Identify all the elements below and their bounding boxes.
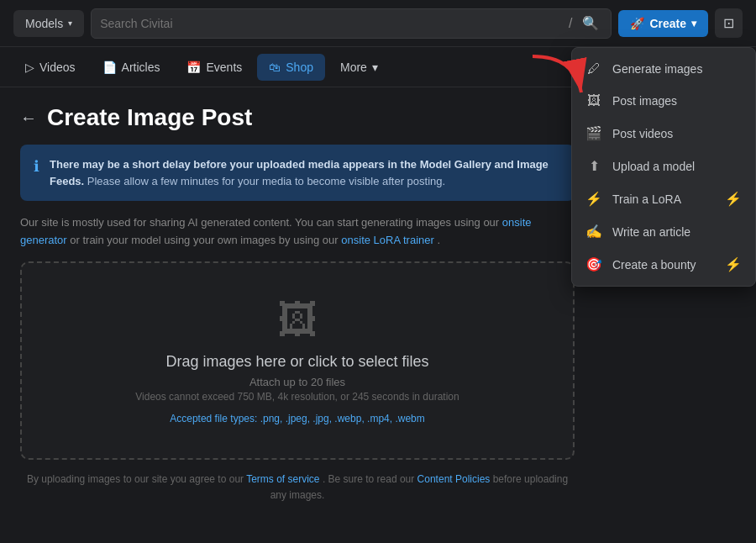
back-button[interactable]: ← [20, 108, 37, 128]
content-policies-link[interactable]: Content Policies [417, 473, 491, 485]
train-lora-label: Train a LoRA [612, 192, 681, 206]
sidebar-item-videos[interactable]: ▷ Videos [13, 54, 87, 81]
desc-text-3: . [437, 234, 440, 246]
write-article-icon: ✍ [585, 224, 602, 240]
create-bounty-icon: 🎯 [585, 256, 602, 272]
tos-text-prefix: By uploading images to our site you agre… [27, 473, 246, 485]
upload-main-text: Drag images here or click to select file… [39, 353, 556, 371]
main-content: ← Create Image Post ℹ There may be a sho… [0, 87, 605, 520]
desc-text-1: Our site is mostly used for sharing AI g… [20, 216, 502, 229]
upload-model-label: Upload a model [612, 160, 695, 173]
info-icon: ℹ [34, 157, 39, 176]
create-chevron-icon: ▾ [691, 18, 696, 29]
sidebar-item-articles[interactable]: 📄 Articles [91, 54, 172, 81]
sidebar-item-more[interactable]: More ▾ [328, 54, 390, 81]
info-text: There may be a short delay before your u… [50, 156, 561, 189]
create-bounty-badge: ⚡ [725, 256, 742, 272]
events-icon: 📅 [186, 61, 201, 74]
models-dropdown-button[interactable]: Models ▾ [13, 10, 84, 37]
description-text: Our site is mostly used for sharing AI g… [20, 214, 575, 250]
page-title-row: ← Create Image Post [20, 104, 585, 131]
create-button[interactable]: 🚀 Create ▾ [618, 10, 708, 37]
post-videos-icon: 🎬 [585, 125, 602, 141]
nav-videos-label: Videos [39, 61, 76, 74]
page-title: Create Image Post [47, 104, 252, 131]
post-images-label: Post images [612, 94, 677, 108]
generate-images-label: Generate images [612, 62, 702, 76]
slash-icon: / [569, 16, 572, 31]
articles-icon: 📄 [102, 61, 117, 74]
upload-image-icon: 🖼 [39, 297, 556, 343]
dropdown-item-post-videos[interactable]: 🎬 Post videos [572, 117, 755, 150]
info-normal-text: Please allow a few minutes for your medi… [87, 175, 445, 187]
dropdown-item-upload-model[interactable]: ⬆ Upload a model [572, 150, 755, 182]
dropdown-item-generate-images[interactable]: 🖊 Generate images [572, 53, 755, 85]
nav-more-label: More [340, 61, 367, 74]
dropdown-item-train-lora[interactable]: ⚡ Train a LoRA ⚡ [572, 182, 755, 215]
upload-sub-text-1: Attach up to 20 files [39, 376, 556, 388]
upload-limit-text: Videos cannot exceed 750 MB, 4k resoluti… [39, 391, 556, 403]
onsite-lora-link[interactable]: onsite LoRA trainer [341, 234, 434, 246]
accepted-types-text: Accepted file types: .png, .jpeg, .jpg, … [39, 413, 556, 424]
rocket-icon: 🚀 [630, 17, 644, 30]
tos-text: By uploading images to our site you agre… [20, 472, 575, 503]
generate-images-icon: 🖊 [585, 61, 602, 76]
sidebar-item-events[interactable]: 📅 Events [175, 54, 254, 81]
nav-shop-label: Shop [286, 61, 313, 74]
search-button[interactable]: 🔍 [579, 15, 602, 31]
models-chevron-icon: ▾ [68, 18, 72, 28]
monitor-button[interactable]: ⊡ [715, 8, 743, 38]
terms-of-service-link[interactable]: Terms of service [246, 473, 319, 485]
search-input[interactable] [100, 17, 562, 30]
monitor-icon: ⊡ [723, 16, 734, 30]
video-icon: ▷ [25, 61, 34, 74]
dropdown-item-write-article[interactable]: ✍ Write an article [572, 215, 755, 248]
tos-mid-text: . Be sure to read our [323, 473, 417, 485]
train-lora-badge: ⚡ [725, 191, 742, 207]
create-dropdown-menu: 🖊 Generate images 🖼 Post images 🎬 Post v… [571, 47, 756, 287]
create-bounty-label: Create a bounty [612, 258, 696, 272]
dropdown-item-post-images[interactable]: 🖼 Post images [572, 85, 755, 117]
desc-text-2: or train your model using your own image… [70, 234, 341, 246]
upload-model-icon: ⬆ [585, 158, 602, 174]
dropdown-item-create-bounty[interactable]: 🎯 Create a bounty ⚡ [572, 248, 755, 281]
write-article-label: Write an article [612, 225, 690, 239]
nav-events-label: Events [206, 61, 242, 74]
more-chevron-icon: ▾ [372, 61, 378, 74]
header: Models ▾ / 🔍 🚀 Create ▾ ⊡ [0, 0, 756, 47]
train-lora-icon: ⚡ [585, 191, 602, 207]
search-bar: / 🔍 [91, 8, 612, 39]
post-images-icon: 🖼 [585, 93, 602, 108]
upload-zone[interactable]: 🖼 Drag images here or click to select fi… [20, 261, 575, 460]
nav-articles-label: Articles [122, 61, 160, 74]
sidebar-item-shop[interactable]: 🛍 Shop [257, 54, 325, 81]
post-videos-label: Post videos [612, 127, 673, 140]
info-box: ℹ There may be a short delay before your… [20, 145, 575, 201]
models-label: Models [25, 17, 63, 30]
create-label: Create [649, 17, 686, 30]
shop-icon: 🛍 [269, 61, 281, 74]
